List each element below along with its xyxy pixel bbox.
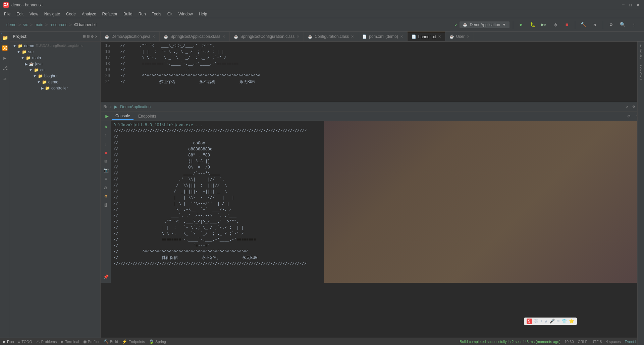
profile-button[interactable]: ◎ [551,20,560,29]
fold-output-button[interactable]: ⊟ [102,158,110,165]
debug-button[interactable]: 🐛 [528,20,537,29]
menu-git[interactable]: Git [165,11,175,17]
breadcrumb-file[interactable]: 🏷 banner.txt [74,22,97,27]
run-with-coverage[interactable]: ▶▸ [539,20,549,29]
crlf-display[interactable]: CRLF [578,340,588,344]
run-config-selector[interactable]: ☕ DemoApplication ▼ [460,21,509,28]
search-everywhere[interactable]: 🔍 [618,20,627,29]
menu-view[interactable]: View [27,11,41,17]
maximize-button[interactable]: ❐ [628,2,633,8]
charset-display[interactable]: UTF-8 [591,340,602,344]
build-button[interactable]: 🔨 [579,20,588,29]
tree-item-java[interactable]: ▶ ☕ java [10,61,100,67]
settings-button[interactable]: ⚙ [606,20,616,29]
run-app-name[interactable]: DemoApplication [120,105,151,109]
tab-configuration[interactable]: ☕ Configuration.class ✕ [304,32,358,41]
status-run[interactable]: ▶ Run [3,339,14,344]
tab-pomxml[interactable]: 📄 pom.xml (demo) ✕ [358,32,408,41]
status-todo[interactable]: ≡ TODO [18,339,32,344]
minimize-button[interactable]: ─ [621,2,626,8]
settings-run-icon[interactable]: ⚙ [633,104,635,109]
tab-console[interactable]: Console [112,113,133,120]
tree-item-controller[interactable]: ▶ 📁 controller [10,85,100,91]
status-spring[interactable]: 🍃 Spring [149,339,166,344]
stop-button[interactable]: ■ [562,20,572,29]
problems-icon[interactable]: ⚠ [1,74,9,82]
build-status-icon: 🔨 [104,339,109,344]
tab-bannertxt[interactable]: 📄 banner.txt ✕ [408,32,445,41]
align-button[interactable]: ≡ [102,175,110,183]
status-endpoints[interactable]: ⚡ Endpoints [122,339,145,344]
tab-springbootapplication[interactable]: ☕ SpringBootApplication.class ✕ [160,32,230,41]
title-controls[interactable]: ─ ❐ ✕ [621,2,641,8]
commit-icon[interactable]: 🔀 [1,44,9,52]
close-panel-icon[interactable]: ✕ [95,34,98,39]
indent-display[interactable]: 4 spaces [606,340,621,344]
ime-chinese[interactable]: 英 [534,318,538,324]
menu-window[interactable]: Window [176,11,196,17]
tab-endpoints[interactable]: Endpoints [135,113,159,120]
console-output[interactable]: D:\Java\jdk1.8.0_101\bin\java.exe ... //… [111,121,644,268]
close-run-button[interactable]: ✕ [626,104,628,109]
status-terminal[interactable]: ▶ Terminal [61,339,79,344]
scroll-down-button[interactable]: ↓ [102,140,110,148]
ime-keyboard[interactable]: ⌨ [557,319,559,324]
breadcrumb-resources[interactable]: resources [50,22,67,27]
tree-item-demo[interactable]: ▼ 📁 demo E:\后端\SpringBoot\kuang\demo [10,43,100,49]
ime-star[interactable]: ⭐ [569,319,574,324]
expand-all-icon[interactable]: ⊞ [83,34,86,39]
app-icon: IJ [3,2,9,8]
menu-analyze[interactable]: Analyze [79,11,99,17]
tree-item-main[interactable]: ▼ 📁 main [10,55,100,61]
menu-run[interactable]: Run [136,11,149,17]
structure-label[interactable]: Structure [638,42,644,62]
tab-springbootconfiguration[interactable]: ☕ SpringBootConfiguration.class ✕ [230,32,304,41]
project-view-icon[interactable]: 📁 [1,33,9,42]
tab-demoapplication[interactable]: ☕ DemoApplication.java ✕ [101,32,160,41]
menu-navigate[interactable]: Navigate [42,11,63,17]
tree-item-demo2[interactable]: ▼ 📁 demo [10,79,100,85]
collapse-all-icon[interactable]: ⊟ [87,34,90,39]
breadcrumb-main[interactable]: main [35,22,43,27]
breadcrumb: demo > src > main > resources > 🏷 banner… [3,22,453,27]
favorites-label[interactable]: Favorites [638,62,644,82]
stop-run-button[interactable]: ■ [102,149,110,156]
ime-arrow[interactable]: ∧ [545,319,547,324]
menu-edit[interactable]: Edit [14,11,26,17]
menu-code[interactable]: Code [63,11,78,17]
tree-item-src[interactable]: ▼ 📁 src [10,49,100,55]
menu-build[interactable]: Build [121,11,135,17]
run-status-label: Run [7,340,14,344]
run-button[interactable]: ▶ [517,20,526,29]
settings-run-side-button[interactable]: ⚙ [102,193,110,200]
tree-item-cn[interactable]: ▼ 📁 cn [10,67,100,73]
code-area[interactable]: 15 // ."" `< .___\_<|>_/___.' >'"". 16 /… [101,42,644,102]
sync-button[interactable]: ↻ [590,20,599,29]
screenshot-button[interactable]: 📷 [102,166,110,174]
pin-button[interactable]: 📌 [102,273,110,281]
clear-button[interactable]: 🗑 [102,201,110,209]
menu-tools[interactable]: Tools [149,11,164,17]
menu-refactor[interactable]: Refactor [100,11,120,17]
close-button[interactable]: ✕ [635,2,641,8]
status-problems[interactable]: ⚠ Problems [36,339,57,344]
breadcrumb-src[interactable]: src [23,22,28,27]
gear-icon[interactable]: ⚙ [91,34,94,39]
tab-user[interactable]: ☕ User ✕ [445,32,474,41]
panel-settings-icon[interactable]: ⚙ [625,113,633,120]
print-button[interactable]: 🖨 [102,184,110,191]
scroll-up-button[interactable]: ↑ [102,132,110,139]
status-build[interactable]: 🔨 Build [104,339,118,344]
menu-help[interactable]: Help [196,11,210,17]
tree-item-bloghut[interactable]: ▼ 📁 bloghut [10,73,100,79]
breadcrumb-demo[interactable]: demo [6,22,16,27]
status-profiler[interactable]: ◉ Profiler [83,339,100,344]
more-button[interactable]: ⋮ [629,20,639,29]
vcs-icon[interactable]: ⎇ [1,64,9,72]
run-up-button[interactable]: ▶ [103,113,111,120]
ime-skin[interactable]: 👕 [561,319,567,324]
run-debug-icon[interactable]: ▶ [1,54,9,62]
restart-button[interactable]: ↻ [102,123,110,130]
ime-voice[interactable]: 🎤 [549,319,555,324]
menu-file[interactable]: File [1,11,13,17]
